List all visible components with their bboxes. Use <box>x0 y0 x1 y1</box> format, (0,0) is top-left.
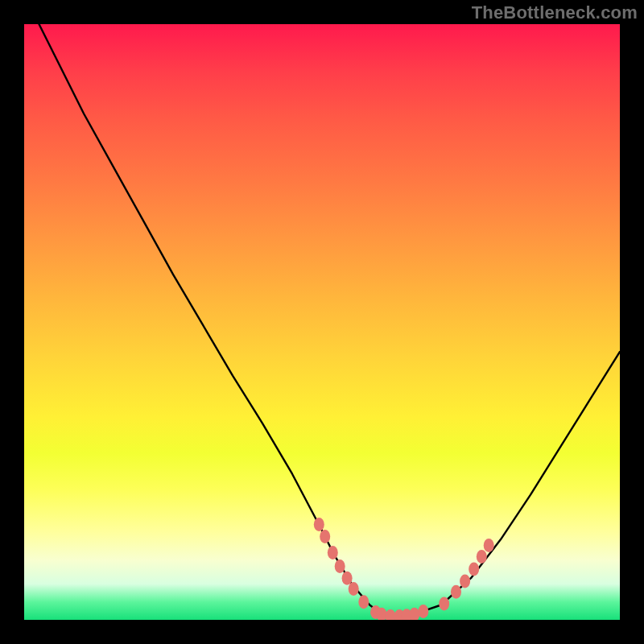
highlight-markers <box>314 518 494 620</box>
chart-frame: TheBottleneck.com <box>0 0 644 644</box>
highlight-marker <box>409 608 419 620</box>
highlight-marker <box>358 595 369 609</box>
highlight-marker <box>460 574 470 588</box>
highlight-marker <box>439 597 449 611</box>
watermark-text: TheBottleneck.com <box>472 2 638 23</box>
highlight-marker <box>328 546 338 559</box>
highlight-marker <box>418 605 428 618</box>
highlight-marker <box>335 559 345 573</box>
highlight-marker <box>484 539 494 552</box>
highlight-marker <box>469 563 479 576</box>
highlight-marker <box>342 572 353 585</box>
highlight-marker <box>477 550 487 564</box>
highlight-marker <box>314 518 324 531</box>
highlight-marker <box>386 609 396 620</box>
highlight-marker <box>451 585 461 599</box>
chart-overlay <box>24 24 620 620</box>
highlight-marker <box>320 530 330 543</box>
highlight-marker <box>349 582 359 596</box>
